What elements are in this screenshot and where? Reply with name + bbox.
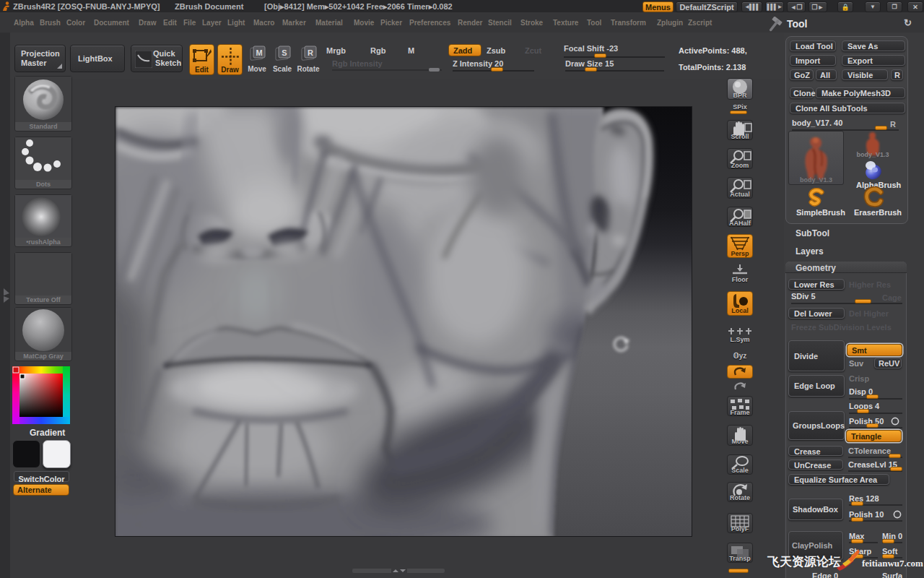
svg-text:R: R bbox=[308, 48, 313, 57]
svg-text:M: M bbox=[256, 48, 262, 57]
svg-text:S: S bbox=[282, 48, 287, 57]
